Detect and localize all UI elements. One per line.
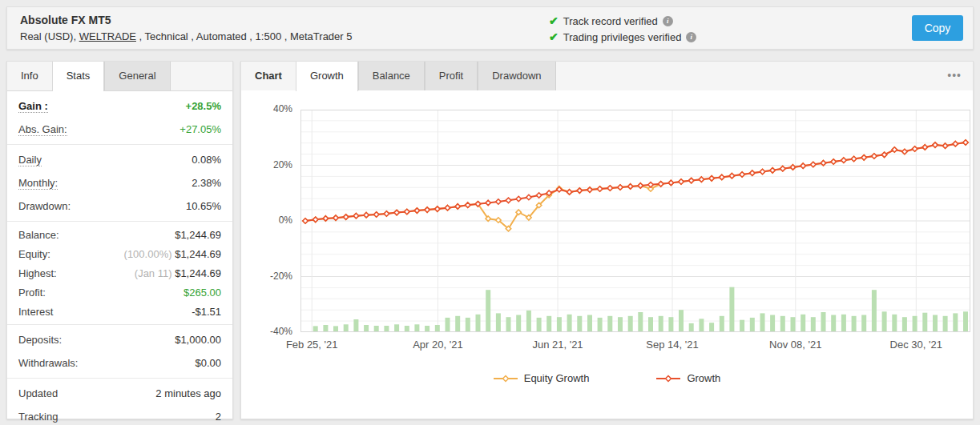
- stat-value-note: (Jan 11): [135, 267, 175, 279]
- stats-panel-tabs: InfoStatsGeneral: [7, 62, 232, 91]
- account-attributes: , Technical , Automated , 1:500 , MetaTr…: [136, 30, 353, 42]
- stat-value-equity: (100.00%) $1,244.69: [124, 248, 221, 260]
- legend-marker-icon: [494, 375, 518, 383]
- y-axis-tick: 20%: [241, 159, 292, 170]
- account-title: Absolute FX MT5: [20, 14, 111, 26]
- check-icon: ✔: [549, 14, 559, 27]
- chart-options-menu-icon[interactable]: •••: [947, 62, 962, 90]
- check-icon: ✔: [549, 30, 559, 43]
- x-axis-tick: Jun 21, '21: [510, 339, 606, 351]
- stat-value-deposits: $1,000.00: [175, 334, 221, 346]
- stats-list: Gain :+28.5%Abs. Gain:+27.05%Daily0.08%M…: [7, 91, 232, 425]
- stat-row-gain: Gain :+28.5%: [7, 94, 232, 118]
- stat-label-daily[interactable]: Daily: [18, 154, 42, 166]
- stat-value-daily: 0.08%: [192, 154, 221, 166]
- x-axis-tick: Dec 30, '21: [868, 339, 964, 351]
- stat-label-monthly[interactable]: Monthly:: [18, 177, 58, 190]
- stat-label-updated: Updated: [18, 387, 58, 399]
- copy-button[interactable]: Copy: [912, 15, 963, 41]
- tab-general[interactable]: General: [104, 62, 170, 90]
- stat-value-profit: $265.00: [183, 287, 221, 299]
- stat-value-withdrawals: $0.00: [195, 357, 221, 369]
- tab-profit[interactable]: Profit: [425, 62, 478, 90]
- stat-row-balance: Balance:$1,244.69: [7, 225, 232, 244]
- y-axis-tick: -40%: [241, 326, 292, 337]
- stat-row-interest: Interest-$1.51: [7, 302, 232, 321]
- stat-label-highest: Highest:: [18, 267, 57, 279]
- stat-label-gain[interactable]: Gain :: [18, 100, 48, 113]
- legend-item-equity-growth[interactable]: Equity Growth: [494, 372, 590, 384]
- verification-badges: ✔ Track record verified i ✔ Trading priv…: [549, 13, 696, 45]
- stats-panel: InfoStatsGeneral Gain :+28.5%Abs. Gain:+…: [6, 61, 233, 419]
- stat-value-monthly: 2.38%: [192, 177, 221, 189]
- chart-plot[interactable]: [300, 110, 970, 332]
- legend-label: Equity Growth: [524, 372, 590, 384]
- stat-value-gain: +28.5%: [186, 100, 221, 112]
- stat-row-updated: Updated2 minutes ago: [7, 382, 232, 405]
- stat-row-highest: Highest:(Jan 11) $1,244.69: [7, 263, 232, 283]
- stat-group: Deposits:$1,000.00Withdrawals:$0.00: [7, 325, 232, 379]
- stat-value-note: (100.00%): [124, 248, 175, 260]
- stat-value-tracking: 2: [216, 411, 221, 423]
- account-type: Real (USD),: [20, 30, 79, 42]
- tab-chart: Chart: [241, 62, 296, 90]
- y-axis-tick: 0%: [241, 215, 292, 226]
- stat-label-deposits: Deposits:: [18, 334, 62, 346]
- stat-row-daily: Daily0.08%: [7, 148, 232, 171]
- stat-group: Balance:$1,244.69Equity:(100.00%) $1,244…: [7, 222, 232, 325]
- y-axis-tick: -20%: [241, 271, 292, 282]
- legend-item-growth[interactable]: Growth: [656, 372, 720, 384]
- stat-value-interest: -$1.51: [192, 306, 221, 318]
- stat-row-profit: Profit:$265.00: [7, 283, 232, 302]
- stat-label-withdrawals: Withdrawals:: [18, 357, 78, 369]
- stat-value-balance: $1,244.69: [175, 229, 221, 241]
- legend-label: Growth: [687, 372, 720, 384]
- stat-value-drawdown: 10.65%: [186, 200, 221, 212]
- stat-label-drawdown: Drawdown:: [18, 200, 71, 212]
- info-icon[interactable]: i: [686, 32, 696, 42]
- stat-row-equity: Equity:(100.00%) $1,244.69: [7, 244, 232, 263]
- growth-chart: Equity GrowthGrowth 40%20%0%-20%-40%Feb …: [241, 90, 973, 419]
- tab-drawdown[interactable]: Drawdown: [478, 62, 555, 90]
- account-subtitle: Real (USD), WELTRADE , Technical , Autom…: [20, 30, 353, 42]
- tab-info[interactable]: Info: [7, 62, 52, 90]
- chart-panel-tabs: ChartGrowthBalanceProfitDrawdown•••: [241, 62, 973, 91]
- stat-value-abs-gain: +27.05%: [179, 123, 221, 135]
- tab-balance[interactable]: Balance: [358, 62, 425, 90]
- chart-legend: Equity GrowthGrowth: [241, 372, 973, 384]
- verification-label: Track record verified: [563, 15, 658, 27]
- stat-row-tracking: Tracking2: [7, 405, 232, 425]
- info-icon[interactable]: i: [663, 16, 673, 26]
- broker-link[interactable]: WELTRADE: [79, 30, 136, 42]
- stat-label-equity: Equity:: [18, 248, 50, 260]
- chart-panel: ChartGrowthBalanceProfitDrawdown••• Equi…: [240, 61, 974, 419]
- stat-group: Gain :+28.5%Abs. Gain:+27.05%: [7, 91, 232, 145]
- account-header: Absolute FX MT5 Real (USD), WELTRADE , T…: [6, 6, 974, 50]
- stat-group: Daily0.08%Monthly:2.38%Drawdown:10.65%: [7, 145, 232, 222]
- track-record-verified: ✔ Track record verified i: [549, 13, 696, 29]
- verification-label: Trading privileges verified: [563, 31, 682, 43]
- stat-label-tracking: Tracking: [18, 411, 58, 423]
- trading-privileges-verified: ✔ Trading privileges verified i: [549, 29, 696, 45]
- stat-row-abs-gain: Abs. Gain:+27.05%: [7, 118, 232, 141]
- stat-row-deposits: Deposits:$1,000.00: [7, 328, 232, 351]
- stat-value-highest: (Jan 11) $1,244.69: [135, 267, 221, 279]
- stat-value-updated: 2 minutes ago: [155, 387, 221, 399]
- stat-row-drawdown: Drawdown:10.65%: [7, 194, 232, 218]
- x-axis-tick: Apr 20, '21: [389, 339, 486, 351]
- tab-growth[interactable]: Growth: [296, 62, 358, 91]
- stat-label-profit: Profit:: [18, 287, 46, 299]
- x-axis-tick: Nov 08, '21: [748, 339, 844, 351]
- x-axis-tick: Sep 14, '21: [624, 339, 720, 351]
- legend-marker-icon: [656, 375, 680, 383]
- tab-stats[interactable]: Stats: [52, 62, 105, 91]
- y-axis-tick: 40%: [241, 103, 292, 114]
- stat-label-abs-gain[interactable]: Abs. Gain:: [18, 123, 67, 136]
- stat-row-monthly: Monthly:2.38%: [7, 171, 232, 194]
- stat-label-interest: Interest: [18, 306, 53, 318]
- stat-group: Updated2 minutes agoTracking2: [7, 379, 232, 425]
- stat-label-balance: Balance:: [18, 229, 59, 241]
- x-axis-tick: Feb 25, '21: [264, 339, 360, 351]
- stat-row-withdrawals: Withdrawals:$0.00: [7, 351, 232, 375]
